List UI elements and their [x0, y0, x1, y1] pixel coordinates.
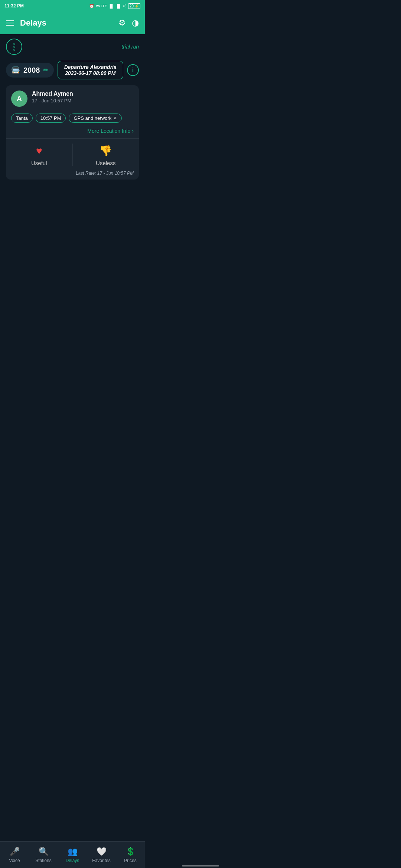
status-time: 11:32 PM	[4, 3, 24, 9]
report-header: A Ahmed Aymen 17 - Jun 10:57 PM	[6, 85, 139, 111]
report-user-time: 17 - Jun 10:57 PM	[32, 98, 134, 103]
train-icon: 🚍	[11, 66, 20, 75]
useless-label: Useless	[96, 160, 115, 166]
train-number: 2008	[23, 66, 40, 75]
more-location-button[interactable]: More Location Info ›	[6, 126, 139, 138]
info-icon: i	[132, 67, 134, 73]
battery-indicator: 29 ⚡	[128, 3, 140, 9]
status-right-icons: ⏰ Vo LTE ▐▌ ▐▌ ⚟ 29 ⚡	[89, 3, 140, 9]
vertical-dots-icon	[13, 43, 15, 51]
tag-time[interactable]: 10:57 PM	[36, 114, 66, 123]
tag-gps[interactable]: GPS and network ✳	[69, 114, 122, 123]
signal-icon-1: ▐▌	[108, 4, 114, 8]
menu-button[interactable]	[6, 20, 14, 26]
info-button[interactable]: i	[127, 64, 139, 76]
charging-icon: ⚡	[134, 4, 139, 8]
app-title: Delays	[20, 18, 113, 28]
app-bar: Delays ⚙ ◑	[0, 12, 145, 34]
heart-icon: ♥	[36, 145, 42, 157]
lte-icon: Vo LTE	[96, 4, 107, 8]
edit-icon[interactable]: ✏	[43, 66, 49, 74]
useless-button[interactable]: 👎 Useless	[73, 139, 139, 171]
more-location-label: More Location Info	[87, 128, 130, 134]
more-options-button[interactable]	[6, 39, 22, 55]
report-tags: Tanta 10:57 PM GPS and network ✳	[11, 114, 134, 123]
train-info-row: 🚍 2008 ✏ Departure Alexandria 2023-06-17…	[6, 61, 139, 79]
departure-box[interactable]: Departure Alexandria 2023-06-17 08:00 PM	[58, 61, 124, 79]
report-card: A Ahmed Aymen 17 - Jun 10:57 PM Tanta 10…	[6, 85, 139, 180]
main-content: trial run 🚍 2008 ✏ Departure Alexandria …	[0, 34, 145, 184]
settings-icon[interactable]: ⚙	[118, 18, 126, 28]
last-rate-text: Last Rate: 17 - Jun 10:57 PM	[6, 171, 139, 180]
wifi-icon: ⚟	[123, 4, 127, 9]
trial-run-label: trial run	[121, 44, 139, 50]
top-row: trial run	[6, 39, 139, 55]
tag-location[interactable]: Tanta	[11, 114, 33, 123]
rating-section: ♥ Useful 👎 Useless	[6, 139, 139, 171]
useful-button[interactable]: ♥ Useful	[6, 139, 72, 171]
report-user-info: Ahmed Aymen 17 - Jun 10:57 PM	[32, 91, 134, 103]
chevron-right-icon: ›	[132, 128, 134, 134]
brightness-icon[interactable]: ◑	[132, 18, 139, 28]
train-badge[interactable]: 🚍 2008 ✏	[6, 63, 54, 78]
status-bar: 11:32 PM ⏰ Vo LTE ▐▌ ▐▌ ⚟ 29 ⚡	[0, 0, 145, 12]
departure-title: Departure Alexandria	[62, 64, 119, 70]
thumbs-down-icon: 👎	[99, 145, 112, 157]
useful-label: Useful	[31, 160, 47, 166]
user-avatar: A	[11, 91, 27, 107]
signal-icon-2: ▐▌	[115, 4, 121, 8]
report-user-name: Ahmed Aymen	[32, 91, 134, 97]
departure-date: 2023-06-17 08:00 PM	[62, 70, 119, 76]
alarm-icon: ⏰	[89, 4, 94, 9]
